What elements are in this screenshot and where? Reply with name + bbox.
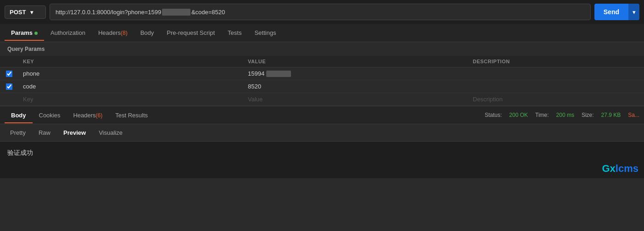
top-bar: POST http://127.0.0.1:8000/login?phone=1… xyxy=(0,0,644,24)
resp-tab-test-results[interactable]: Test Results xyxy=(109,107,154,123)
view-tab-pretty[interactable]: Pretty xyxy=(5,127,31,138)
params-dot xyxy=(34,32,38,35)
watermark-part1: Gx xyxy=(602,163,615,174)
view-tabs-row: Pretty Raw Preview Visualize xyxy=(0,124,644,142)
col-header-value: VALUE xyxy=(243,56,468,67)
status-info: Status: 200 OK Time: 200 ms Size: 27.9 K… xyxy=(485,112,639,118)
send-group: Send ▾ xyxy=(594,4,639,20)
time-value: 200 ms xyxy=(556,112,574,118)
watermark-part2: lcms xyxy=(616,163,638,174)
empty-description[interactable]: Description xyxy=(468,93,644,106)
query-params-header: Query Params xyxy=(0,42,644,56)
send-button[interactable]: Send xyxy=(594,4,628,20)
headers-badge: (8) xyxy=(121,30,128,36)
url-blurred-segment xyxy=(162,9,190,16)
status-value: 200 OK xyxy=(509,112,528,118)
table-row-empty: Key Value Description xyxy=(0,93,644,106)
col-header-key: KEY xyxy=(18,56,243,67)
row1-value-blur xyxy=(266,71,291,77)
save-link[interactable]: Sa... xyxy=(628,112,639,118)
method-chevron xyxy=(28,9,33,16)
response-content: 验证成功 xyxy=(7,149,33,156)
resp-headers-badge: (6) xyxy=(96,112,103,119)
row2-check-cell xyxy=(0,80,18,93)
row1-check-cell xyxy=(0,67,18,80)
time-label: Time: xyxy=(535,112,549,118)
col-header-check xyxy=(0,56,18,67)
params-table: KEY VALUE DESCRIPTION phone 15994 xyxy=(0,56,644,106)
row1-value[interactable]: 15994 xyxy=(243,67,468,80)
send-dropdown-button[interactable]: ▾ xyxy=(628,4,639,20)
table-row: code 8520 xyxy=(0,80,644,93)
tab-params[interactable]: Params xyxy=(5,25,44,41)
empty-key[interactable]: Key xyxy=(18,93,243,106)
tab-settings[interactable]: Settings xyxy=(248,25,282,41)
request-tabs-row: Params Authorization Headers(8) Body Pre… xyxy=(0,24,644,42)
row2-description[interactable] xyxy=(468,80,644,93)
view-tab-preview[interactable]: Preview xyxy=(58,127,91,138)
url-suffix: &code=8520 xyxy=(191,9,225,16)
view-tab-raw[interactable]: Raw xyxy=(33,127,56,138)
status-label: Status: xyxy=(485,112,502,118)
size-label: Size: xyxy=(582,112,594,118)
row1-description[interactable] xyxy=(468,67,644,80)
response-tabs-row: Body Cookies Headers(6) Test Results Sta… xyxy=(0,106,644,124)
tab-authorization[interactable]: Authorization xyxy=(44,25,92,41)
row1-key[interactable]: phone xyxy=(18,67,243,80)
watermark: Gxlcms xyxy=(602,163,638,175)
resp-tab-body[interactable]: Body xyxy=(5,107,33,123)
size-value: 27.9 KB xyxy=(601,112,621,118)
url-bar[interactable]: http://127.0.0.1:8000/login?phone=1599 &… xyxy=(50,4,591,20)
empty-value[interactable]: Value xyxy=(243,93,468,106)
url-prefix: http://127.0.0.1:8000/login?phone=1599 xyxy=(56,9,161,16)
method-select[interactable]: POST xyxy=(5,6,46,19)
row2-checkbox[interactable] xyxy=(6,83,12,90)
method-label: POST xyxy=(10,9,26,16)
resp-tab-headers[interactable]: Headers(6) xyxy=(67,107,109,123)
tab-headers[interactable]: Headers(8) xyxy=(92,25,134,41)
response-body: 验证成功 Gxlcms xyxy=(0,142,644,178)
table-row: phone 15994 xyxy=(0,67,644,80)
row2-value[interactable]: 8520 xyxy=(243,80,468,93)
resp-tab-cookies[interactable]: Cookies xyxy=(33,107,67,123)
tab-body[interactable]: Body xyxy=(134,25,161,41)
view-tab-visualize[interactable]: Visualize xyxy=(93,127,128,138)
row2-key[interactable]: code xyxy=(18,80,243,93)
row1-checkbox[interactable] xyxy=(6,71,12,77)
col-header-description: DESCRIPTION xyxy=(468,56,644,67)
tab-tests[interactable]: Tests xyxy=(221,25,248,41)
tab-pre-request-script[interactable]: Pre-request Script xyxy=(160,25,221,41)
